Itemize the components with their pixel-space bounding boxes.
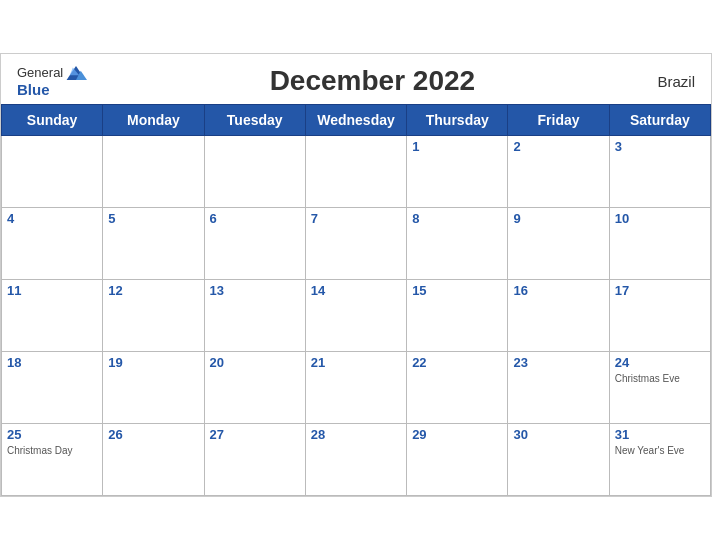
calendar-cell-w2-d1: 4	[2, 208, 103, 280]
calendar-cell-w3-d4: 14	[305, 280, 406, 352]
title-area: December 2022	[87, 65, 657, 97]
day-number-18: 18	[7, 355, 97, 370]
header-tuesday: Tuesday	[204, 105, 305, 136]
day-number-15: 15	[412, 283, 502, 298]
calendar-cell-w1-d2	[103, 136, 204, 208]
calendar-cell-w4-d2: 19	[103, 352, 204, 424]
day-number-17: 17	[615, 283, 705, 298]
calendar-cell-w3-d2: 12	[103, 280, 204, 352]
calendar-cell-w1-d5: 1	[407, 136, 508, 208]
calendar-cell-w1-d3	[204, 136, 305, 208]
calendar-cell-w1-d1	[2, 136, 103, 208]
calendar-cell-w3-d5: 15	[407, 280, 508, 352]
calendar-cell-w5-d3: 27	[204, 424, 305, 496]
week-row-1: 123	[2, 136, 711, 208]
header-sunday: Sunday	[2, 105, 103, 136]
calendar-cell-w2-d6: 9	[508, 208, 609, 280]
header-saturday: Saturday	[609, 105, 710, 136]
day-number-30: 30	[513, 427, 603, 442]
day-number-3: 3	[615, 139, 705, 154]
calendar-cell-w4-d6: 23	[508, 352, 609, 424]
calendar-cell-w5-d5: 29	[407, 424, 508, 496]
calendar-cell-w1-d7: 3	[609, 136, 710, 208]
calendar-grid: Sunday Monday Tuesday Wednesday Thursday…	[1, 104, 711, 496]
calendar-wrapper: General Blue December 2022 Brazil Sunday…	[0, 53, 712, 498]
logo-area: General Blue	[17, 64, 87, 99]
day-number-13: 13	[210, 283, 300, 298]
week-row-2: 45678910	[2, 208, 711, 280]
day-number-24: 24	[615, 355, 705, 370]
day-event-24: Christmas Eve	[615, 372, 705, 385]
day-number-14: 14	[311, 283, 401, 298]
day-number-10: 10	[615, 211, 705, 226]
calendar-cell-w2-d4: 7	[305, 208, 406, 280]
day-number-25: 25	[7, 427, 97, 442]
day-number-23: 23	[513, 355, 603, 370]
calendar-cell-w3-d6: 16	[508, 280, 609, 352]
day-event-25: Christmas Day	[7, 444, 97, 457]
logo-icon	[65, 64, 87, 82]
day-number-21: 21	[311, 355, 401, 370]
day-number-27: 27	[210, 427, 300, 442]
logo-general-text: General	[17, 66, 63, 80]
header-thursday: Thursday	[407, 105, 508, 136]
day-number-1: 1	[412, 139, 502, 154]
day-number-4: 4	[7, 211, 97, 226]
day-number-5: 5	[108, 211, 198, 226]
day-number-6: 6	[210, 211, 300, 226]
header-friday: Friday	[508, 105, 609, 136]
calendar-cell-w5-d7: 31New Year's Eve	[609, 424, 710, 496]
day-number-20: 20	[210, 355, 300, 370]
calendar-cell-w2-d2: 5	[103, 208, 204, 280]
calendar-cell-w1-d4	[305, 136, 406, 208]
calendar-cell-w3-d7: 17	[609, 280, 710, 352]
calendar-header: General Blue December 2022 Brazil	[1, 54, 711, 105]
calendar-cell-w5-d2: 26	[103, 424, 204, 496]
day-number-22: 22	[412, 355, 502, 370]
day-number-26: 26	[108, 427, 198, 442]
day-number-12: 12	[108, 283, 198, 298]
day-number-11: 11	[7, 283, 97, 298]
logo-blue-text: Blue	[17, 82, 50, 99]
header-monday: Monday	[103, 105, 204, 136]
day-number-2: 2	[513, 139, 603, 154]
day-number-16: 16	[513, 283, 603, 298]
week-row-4: 18192021222324Christmas Eve	[2, 352, 711, 424]
calendar-cell-w4-d5: 22	[407, 352, 508, 424]
day-number-7: 7	[311, 211, 401, 226]
header-wednesday: Wednesday	[305, 105, 406, 136]
calendar-cell-w5-d4: 28	[305, 424, 406, 496]
calendar-title: December 2022	[270, 65, 475, 96]
calendar-cell-w2-d5: 8	[407, 208, 508, 280]
calendar-cell-w5-d6: 30	[508, 424, 609, 496]
day-number-8: 8	[412, 211, 502, 226]
calendar-cell-w4-d7: 24Christmas Eve	[609, 352, 710, 424]
calendar-cell-w1-d6: 2	[508, 136, 609, 208]
day-number-9: 9	[513, 211, 603, 226]
weekday-header-row: Sunday Monday Tuesday Wednesday Thursday…	[2, 105, 711, 136]
calendar-cell-w4-d1: 18	[2, 352, 103, 424]
country-label: Brazil	[657, 73, 695, 90]
week-row-5: 25Christmas Day262728293031New Year's Ev…	[2, 424, 711, 496]
calendar-cell-w2-d3: 6	[204, 208, 305, 280]
day-number-31: 31	[615, 427, 705, 442]
calendar-cell-w3-d3: 13	[204, 280, 305, 352]
day-event-31: New Year's Eve	[615, 444, 705, 457]
calendar-cell-w5-d1: 25Christmas Day	[2, 424, 103, 496]
day-number-29: 29	[412, 427, 502, 442]
day-number-28: 28	[311, 427, 401, 442]
calendar-cell-w4-d4: 21	[305, 352, 406, 424]
calendar-cell-w4-d3: 20	[204, 352, 305, 424]
calendar-cell-w2-d7: 10	[609, 208, 710, 280]
day-number-19: 19	[108, 355, 198, 370]
week-row-3: 11121314151617	[2, 280, 711, 352]
calendar-cell-w3-d1: 11	[2, 280, 103, 352]
